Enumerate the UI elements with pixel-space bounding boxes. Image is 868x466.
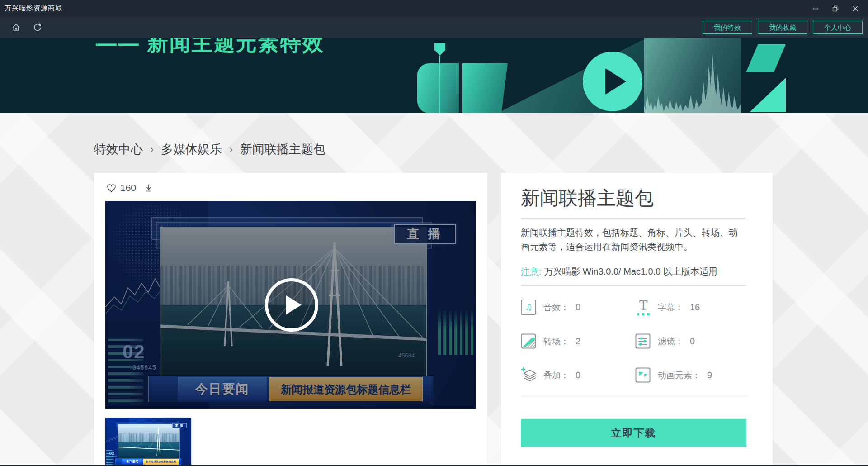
breadcrumb-separator: › xyxy=(150,143,154,156)
divider xyxy=(521,285,746,286)
banner-parallelogram-shape xyxy=(746,44,786,72)
breadcrumb-effects-center[interactable]: 特效中心 xyxy=(94,141,143,157)
minimize-icon xyxy=(812,5,819,12)
breadcrumb-separator: › xyxy=(229,143,233,156)
minimize-button[interactable] xyxy=(806,0,826,17)
home-icon xyxy=(11,23,21,32)
like-button[interactable] xyxy=(106,183,117,193)
news-scene-thumb: 02 345645 xyxy=(105,418,191,466)
window-controls xyxy=(806,0,865,17)
stat-transitions: 转场： 2 xyxy=(521,324,635,358)
play-button[interactable] xyxy=(265,278,318,332)
maximize-button[interactable] xyxy=(826,0,845,17)
refresh-icon xyxy=(33,23,42,32)
navbar: 我的特效 我的收藏 个人中心 xyxy=(0,17,868,38)
page-title: 新闻联播主题包 xyxy=(521,186,746,210)
refresh-button[interactable] xyxy=(30,20,45,35)
breadcrumb: 特效中心 › 多媒体娱乐 › 新闻联播主题包 xyxy=(94,141,326,157)
subtitle-icon: T xyxy=(635,300,652,316)
asset-stats: ♫ 音效： 0 T 字幕： 16 xyxy=(521,290,746,392)
window-title: 万兴喵影资源商城 xyxy=(5,4,62,13)
playhead-icon xyxy=(434,43,445,56)
content-area: 特效中心 › 多媒体娱乐 › 新闻联播主题包 160 xyxy=(0,113,868,466)
timeline-clip-shape xyxy=(462,63,508,113)
promo-banner: —— 新闻主题元素特效 xyxy=(0,38,868,113)
download-asset-button[interactable] xyxy=(144,183,153,192)
transition-icon xyxy=(521,333,536,349)
banner-title: —— 新闻主题元素特效 xyxy=(96,38,325,53)
stat-subtitles: T 字幕： 16 xyxy=(635,290,746,324)
note-text: 万兴喵影 Win3.0.0/ Mac1.0.0 以上版本适用 xyxy=(544,266,717,276)
music-note-icon: ♫ xyxy=(521,300,536,315)
app-window: 万兴喵影资源商城 xyxy=(0,0,868,466)
my-favorites-button[interactable]: 我的收藏 xyxy=(758,21,807,34)
divider xyxy=(521,218,746,219)
overlay-icon xyxy=(521,367,538,384)
home-button[interactable] xyxy=(8,20,24,35)
stat-overlays: 叠加： 0 xyxy=(521,358,635,392)
compatibility-note: 注意:万兴喵影 Win3.0.0/ Mac1.0.0 以上版本适用 xyxy=(521,266,746,278)
stat-audio: ♫ 音效： 0 xyxy=(521,290,635,324)
preview-card: 160 02 xyxy=(94,173,487,466)
details-card: 新闻联播主题包 新闻联播主题特效，包括标题、角标、片头、转场、动画元素等，适合运… xyxy=(501,173,773,466)
divider xyxy=(521,395,746,395)
playhead-line xyxy=(439,56,440,113)
my-effects-button[interactable]: 我的特效 xyxy=(703,21,752,34)
heart-icon xyxy=(106,183,117,193)
download-icon xyxy=(144,183,153,192)
like-count: 160 xyxy=(120,182,136,193)
waveform-graphic xyxy=(644,38,741,113)
product-description: 新闻联播主题特效，包括标题、角标、片头、转场、动画元素等，适合运用在新闻资讯类视… xyxy=(521,226,746,254)
timeline-clip-shape xyxy=(417,63,459,113)
video-preview[interactable]: 02 345645 xyxy=(105,201,476,409)
play-circle-icon xyxy=(583,52,642,111)
personal-center-button[interactable]: 个人中心 xyxy=(813,21,863,34)
stat-motion-elements: 动画元素： 9 xyxy=(635,358,746,392)
download-now-button[interactable]: 立即下载 xyxy=(521,419,746,447)
nav-buttons: 我的特效 我的收藏 个人中心 xyxy=(703,21,863,34)
preview-thumbnail[interactable]: 02 345645 xyxy=(105,418,191,466)
breadcrumb-current: 新闻联播主题包 xyxy=(240,141,326,157)
close-icon xyxy=(852,5,859,12)
filter-icon xyxy=(635,333,651,349)
close-button[interactable] xyxy=(845,0,865,17)
titlebar: 万兴喵影资源商城 xyxy=(0,0,868,17)
breadcrumb-multimedia[interactable]: 多媒体娱乐 xyxy=(161,141,222,157)
note-label: 注意: xyxy=(521,266,542,276)
preview-actions: 160 xyxy=(106,180,487,195)
play-icon xyxy=(286,295,302,314)
maximize-icon xyxy=(832,5,839,12)
banner-triangle-shape xyxy=(750,78,786,112)
motion-elements-icon xyxy=(635,367,651,383)
news-scene: 02 345645 xyxy=(105,201,476,409)
stat-filters: 滤镜： 0 xyxy=(635,324,746,358)
